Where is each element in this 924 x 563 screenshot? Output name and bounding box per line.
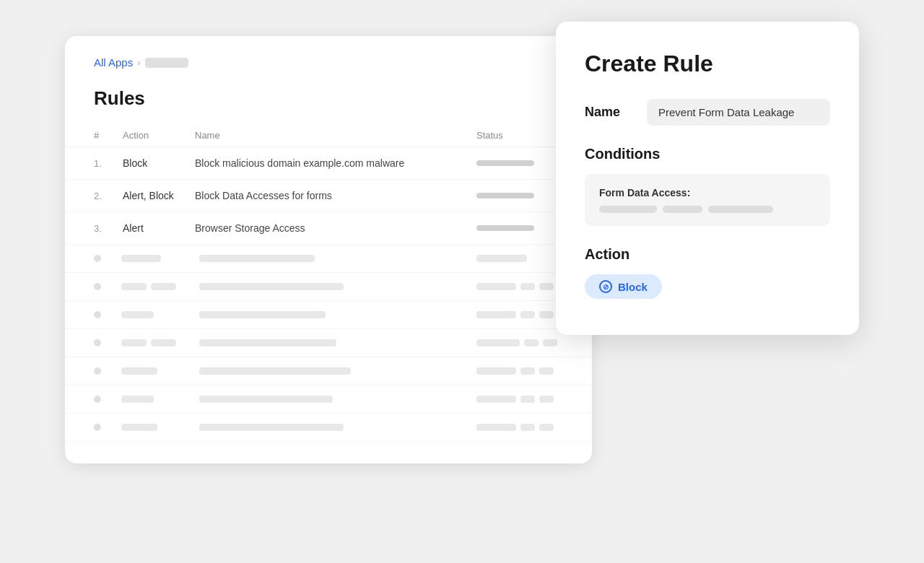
block-button[interactable]: ⊘ Block	[585, 274, 662, 299]
block-label: Block	[618, 281, 648, 293]
condition-pill	[708, 206, 773, 213]
table-row[interactable]: 3. Alert Browser Storage Access	[65, 212, 592, 245]
row-action-2: Alert, Block	[123, 190, 195, 201]
block-icon: ⊘	[599, 280, 612, 293]
create-rule-title: Create Rule	[585, 51, 830, 77]
row-name-3: Browser Storage Access	[195, 222, 476, 234]
skeleton-row	[65, 385, 592, 414]
breadcrumb: All Apps ›	[65, 36, 592, 80]
condition-label: Form Data Access:	[599, 187, 816, 198]
skeleton-row	[65, 273, 592, 301]
row-num-3: 3.	[94, 223, 123, 234]
condition-pill	[663, 206, 702, 213]
col-action: Action	[123, 130, 195, 141]
table-row[interactable]: 2. Alert, Block Block Data Accesses for …	[65, 180, 592, 212]
col-name: Name	[195, 130, 476, 141]
name-field-row: Name	[585, 99, 830, 126]
row-action-1: Block	[123, 157, 195, 169]
rule-name-input[interactable]	[647, 99, 830, 126]
table-row[interactable]: 1. Block Block malicious domain example.…	[65, 147, 592, 180]
create-rule-panel: Create Rule Name Conditions Form Data Ac…	[556, 22, 859, 335]
rules-table: # Action Name Status 1. Block Block mali…	[65, 124, 592, 442]
status-bar-2	[476, 193, 534, 198]
rules-title: Rules	[65, 80, 592, 124]
status-bar-3	[476, 225, 534, 231]
breadcrumb-separator: ›	[137, 57, 140, 68]
all-apps-link[interactable]: All Apps	[94, 56, 133, 69]
status-bar-1	[476, 160, 534, 166]
conditions-box: Form Data Access:	[585, 174, 830, 226]
skeleton-row	[65, 357, 592, 385]
table-header: # Action Name Status	[65, 124, 592, 147]
name-label: Name	[585, 105, 635, 120]
row-action-3: Alert	[123, 222, 195, 234]
row-name-2: Block Data Accesses for forms	[195, 190, 476, 201]
condition-pills	[599, 206, 816, 213]
row-num-2: 2.	[94, 191, 123, 201]
row-num-1: 1.	[94, 158, 123, 169]
skeleton-row	[65, 245, 592, 273]
action-title: Action	[585, 246, 830, 263]
col-num: #	[94, 130, 123, 141]
breadcrumb-current-app	[145, 58, 188, 68]
condition-pill	[599, 206, 657, 213]
row-name-1: Block malicious domain example.com malwa…	[195, 157, 476, 169]
skeleton-row	[65, 414, 592, 442]
skeleton-row	[65, 329, 592, 357]
col-status: Status	[476, 130, 563, 141]
conditions-title: Conditions	[585, 146, 830, 162]
rules-panel: All Apps › Rules # Action Name Status 1.…	[65, 36, 592, 463]
skeleton-row	[65, 301, 592, 329]
